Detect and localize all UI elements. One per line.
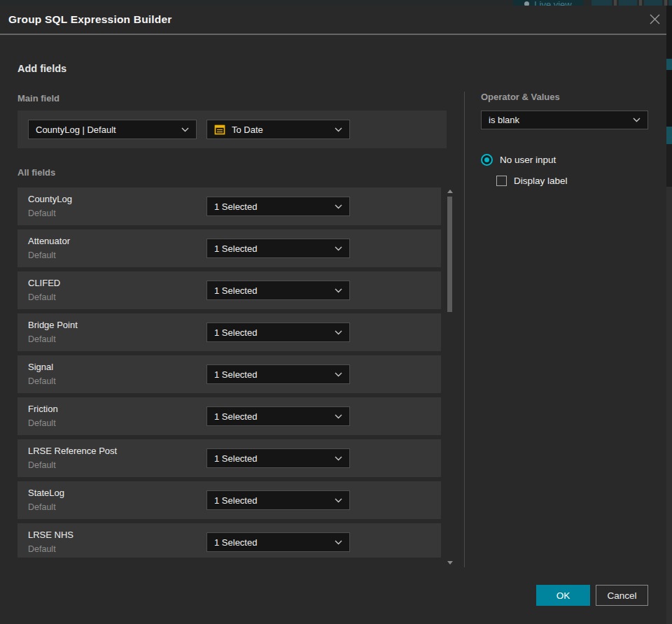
field-subtitle: Default <box>28 376 56 386</box>
main-field-label: Main field <box>18 93 59 104</box>
field-subtitle: Default <box>28 544 56 554</box>
field-subtitle: Default <box>28 502 56 512</box>
background-block <box>666 70 672 127</box>
background-panel-edge <box>669 0 672 6</box>
field-row: StateLog Default 1 Selected <box>18 481 441 519</box>
field-subtitle: Default <box>28 418 56 428</box>
field-name: CountyLog <box>28 194 72 204</box>
field-selected-count: 1 Selected <box>214 537 330 548</box>
background-panel-divider <box>639 0 642 6</box>
field-selected-dropdown[interactable]: 1 Selected <box>206 532 350 552</box>
chevron-down-icon <box>335 498 342 503</box>
chevron-down-icon <box>335 246 342 251</box>
field-name: Friction <box>28 404 58 414</box>
field-name: Bridge Point <box>28 320 78 330</box>
field-row: LRSE NHS Default 1 Selected <box>18 523 441 558</box>
title-divider <box>0 34 666 35</box>
field-selected-count: 1 Selected <box>214 453 330 464</box>
background-panel-divider <box>614 0 617 6</box>
background-panel-divider <box>664 0 667 6</box>
chevron-down-icon <box>335 540 342 545</box>
field-selected-dropdown[interactable]: 1 Selected <box>206 281 350 300</box>
background-top-toolbar: Live view <box>0 0 672 6</box>
main-field-dropdown[interactable]: CountyLog | Default <box>28 120 197 139</box>
operator-dropdown-value: is blank <box>489 115 629 125</box>
no-user-input-label: No user input <box>500 155 556 165</box>
field-selected-dropdown[interactable]: 1 Selected <box>206 322 350 342</box>
field-name: LRSE NHS <box>28 530 74 540</box>
chevron-down-icon <box>335 330 342 335</box>
chevron-down-icon <box>181 127 189 132</box>
background-block <box>666 187 672 624</box>
display-label-checkbox[interactable]: Display label <box>496 176 568 186</box>
dialog-title: Group SQL Expression Builder <box>8 13 172 26</box>
ok-button[interactable]: OK <box>536 585 590 606</box>
field-selected-dropdown[interactable]: 1 Selected <box>206 239 350 258</box>
all-fields-label: All fields <box>18 167 55 178</box>
field-row: Friction Default 1 Selected <box>18 397 441 435</box>
group-sql-expression-builder-dialog: Group SQL Expression Builder Add fields … <box>0 6 666 624</box>
chevron-down-icon <box>335 372 342 377</box>
vertical-divider <box>464 92 465 567</box>
background-panel-edge <box>619 0 637 6</box>
field-subtitle: Default <box>28 208 56 218</box>
chevron-down-icon <box>335 288 342 293</box>
field-selected-count: 1 Selected <box>214 495 330 506</box>
list-scrollbar[interactable] <box>445 185 454 567</box>
checkbox-unchecked-icon <box>496 176 507 186</box>
field-subtitle: Default <box>28 460 56 470</box>
field-name: CLIFED <box>28 278 60 288</box>
main-field-value-dropdown[interactable]: To Date <box>206 120 350 139</box>
radio-selected-icon <box>481 154 493 166</box>
scroll-down-arrow-icon[interactable] <box>447 561 453 565</box>
background-panel-edge <box>644 0 662 6</box>
field-subtitle: Default <box>28 250 56 260</box>
field-row: Signal Default 1 Selected <box>18 355 441 393</box>
calendar-icon <box>214 124 225 135</box>
field-selected-count: 1 Selected <box>214 327 330 338</box>
field-selected-dropdown[interactable]: 1 Selected <box>206 406 350 426</box>
close-button[interactable] <box>645 11 664 29</box>
chevron-down-icon <box>335 414 342 419</box>
field-row: CLIFED Default 1 Selected <box>18 271 441 309</box>
background-teal-block <box>666 59 672 70</box>
background-right-edge <box>666 6 672 624</box>
field-name: Signal <box>28 362 53 372</box>
display-label-label: Display label <box>514 176 568 186</box>
field-selected-dropdown[interactable]: 1 Selected <box>206 490 350 510</box>
dialog-title-bar: Group SQL Expression Builder <box>0 6 666 34</box>
field-subtitle: Default <box>28 292 56 302</box>
field-selected-dropdown[interactable]: 1 Selected <box>206 197 350 216</box>
scrollbar-thumb[interactable] <box>447 197 452 312</box>
chevron-down-icon <box>335 456 342 461</box>
background-panel-edge <box>592 0 612 6</box>
field-row: Attenuator Default 1 Selected <box>18 229 441 267</box>
field-selected-count: 1 Selected <box>214 411 330 422</box>
field-selected-dropdown[interactable]: 1 Selected <box>206 448 350 468</box>
operator-dropdown[interactable]: is blank <box>481 111 648 129</box>
live-view-label: Live view <box>534 0 571 6</box>
scroll-up-arrow-icon[interactable] <box>447 190 453 193</box>
all-fields-list: CountyLog Default 1 Selected Attenuator … <box>18 187 441 558</box>
chevron-down-icon <box>633 118 640 122</box>
field-selected-dropdown[interactable]: 1 Selected <box>206 364 350 384</box>
chevron-down-icon <box>335 127 342 132</box>
field-row: Bridge Point Default 1 Selected <box>18 313 441 351</box>
field-selected-count: 1 Selected <box>214 243 330 254</box>
no-user-input-radio[interactable]: No user input <box>481 154 556 166</box>
background-teal-block <box>666 127 672 144</box>
chevron-down-icon <box>335 204 342 209</box>
operator-values-heading: Operator & Values <box>481 92 560 102</box>
field-name: StateLog <box>28 488 64 498</box>
field-subtitle: Default <box>28 334 56 344</box>
field-selected-count: 1 Selected <box>214 201 330 212</box>
field-selected-count: 1 Selected <box>214 285 330 296</box>
field-name: Attenuator <box>28 236 70 246</box>
close-icon <box>649 13 661 28</box>
cancel-button[interactable]: Cancel <box>596 585 648 606</box>
main-field-value: To Date <box>232 125 330 135</box>
add-fields-heading: Add fields <box>18 63 66 74</box>
background-block <box>666 6 672 59</box>
live-view-button[interactable]: Live view <box>513 0 583 6</box>
field-row: CountyLog Default 1 Selected <box>18 187 441 225</box>
